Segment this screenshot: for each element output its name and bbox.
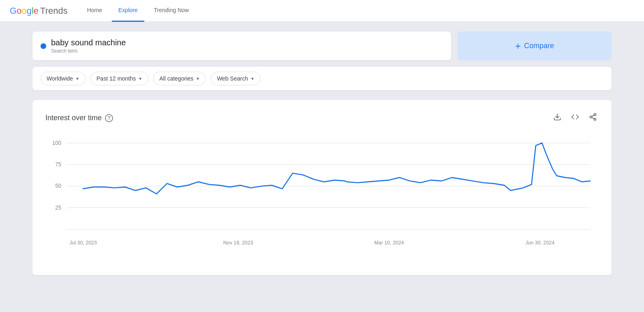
chevron-down-icon: ▼: [75, 76, 79, 81]
nav-item-trending-now[interactable]: Trending Now: [148, 0, 196, 22]
filter-search-type-label: Web Search: [217, 75, 248, 82]
search-box: baby sound machine Search term: [32, 32, 451, 60]
svg-text:Mar 10, 2024: Mar 10, 2024: [374, 240, 404, 246]
svg-line-4: [592, 117, 594, 119]
chart-title-group: Interest over time ?: [45, 114, 113, 122]
trends-logo-text: Trends: [40, 6, 68, 16]
filter-location[interactable]: Worldwide ▼: [41, 72, 86, 85]
svg-line-5: [592, 115, 594, 116]
search-compare-row: baby sound machine Search term + Compare: [32, 32, 612, 60]
filter-search-type[interactable]: Web Search ▼: [211, 72, 261, 85]
main-content: baby sound machine Search term + Compare…: [0, 22, 644, 285]
filter-timeframe[interactable]: Past 12 months ▼: [90, 72, 148, 85]
search-type: Search term: [51, 48, 126, 54]
share-button[interactable]: [587, 111, 599, 125]
svg-text:Jun 30, 2024: Jun 30, 2024: [525, 240, 554, 246]
header: Google Trends Home Explore Trending Now: [0, 0, 644, 22]
search-dot: [41, 43, 46, 49]
chevron-down-icon: ▼: [138, 76, 142, 81]
nav-item-home[interactable]: Home: [81, 0, 109, 22]
embed-button[interactable]: [569, 111, 581, 125]
filters-row: Worldwide ▼ Past 12 months ▼ All categor…: [32, 67, 612, 90]
compare-plus-icon: +: [515, 40, 521, 52]
chart-container: 100 75 50 25 Jul 30, 2023 Nov 19, 2023 M…: [45, 134, 599, 264]
svg-text:Jul 30, 2023: Jul 30, 2023: [69, 240, 97, 246]
search-term: baby sound machine: [51, 38, 126, 47]
svg-text:75: 75: [55, 161, 61, 168]
svg-text:100: 100: [52, 140, 62, 146]
filter-timeframe-label: Past 12 months: [96, 75, 136, 82]
logo[interactable]: Google Trends: [10, 6, 68, 16]
svg-text:50: 50: [55, 183, 61, 189]
compare-label: Compare: [524, 42, 554, 50]
chart-actions: [552, 111, 599, 125]
filter-category-label: All categories: [159, 75, 193, 82]
chart-title: Interest over time: [45, 114, 102, 122]
svg-text:Nov 19, 2023: Nov 19, 2023: [223, 240, 253, 246]
chevron-down-icon: ▼: [196, 76, 200, 81]
google-logo-text: Google: [10, 6, 39, 16]
chevron-down-icon: ▼: [250, 76, 255, 81]
filter-location-label: Worldwide: [47, 75, 73, 82]
filter-category[interactable]: All categories ▼: [153, 72, 206, 85]
compare-button[interactable]: + Compare: [458, 32, 612, 60]
svg-text:25: 25: [55, 204, 61, 210]
search-text-group: baby sound machine Search term: [51, 38, 126, 54]
chart-card: Interest over time ?: [32, 100, 612, 275]
nav-item-explore[interactable]: Explore: [112, 0, 144, 22]
download-button[interactable]: [552, 111, 563, 125]
main-nav: Home Explore Trending Now: [81, 0, 195, 22]
chart-header: Interest over time ?: [45, 111, 599, 125]
help-icon[interactable]: ?: [105, 114, 113, 122]
trend-chart: 100 75 50 25 Jul 30, 2023 Nov 19, 2023 M…: [45, 134, 599, 264]
